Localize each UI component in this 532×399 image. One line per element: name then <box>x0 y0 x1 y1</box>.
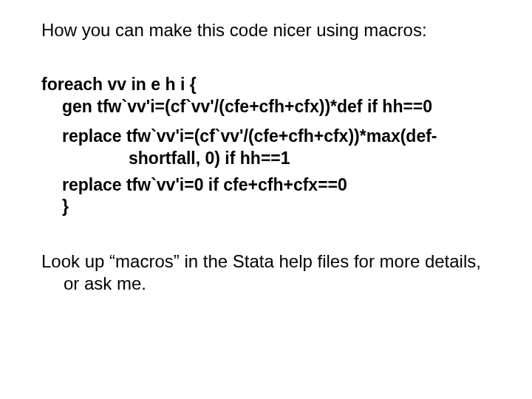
code-line-replace-2: replace tfw`vv'i=0 if cfe+cfh+cfx==0 <box>41 174 497 197</box>
code-block: foreach vv in e h i { gen tfw`vv'i=(cf`v… <box>41 74 497 218</box>
code-line-gen: gen tfw`vv'i=(cf`vv'/(cfe+cfh+cfx))*def … <box>41 96 497 118</box>
slide: How you can make this code nicer using m… <box>0 0 532 399</box>
code-line-foreach: foreach vv in e h i { <box>41 74 497 96</box>
slide-title: How you can make this code nicer using m… <box>41 19 497 41</box>
slide-footer: Look up “macros” in the Stata help files… <box>41 250 497 295</box>
code-line-replace-1: replace tfw`vv'i=(cf`vv'/(cfe+cfh+cfx))*… <box>41 126 497 170</box>
code-line-closebrace: } <box>41 196 497 218</box>
